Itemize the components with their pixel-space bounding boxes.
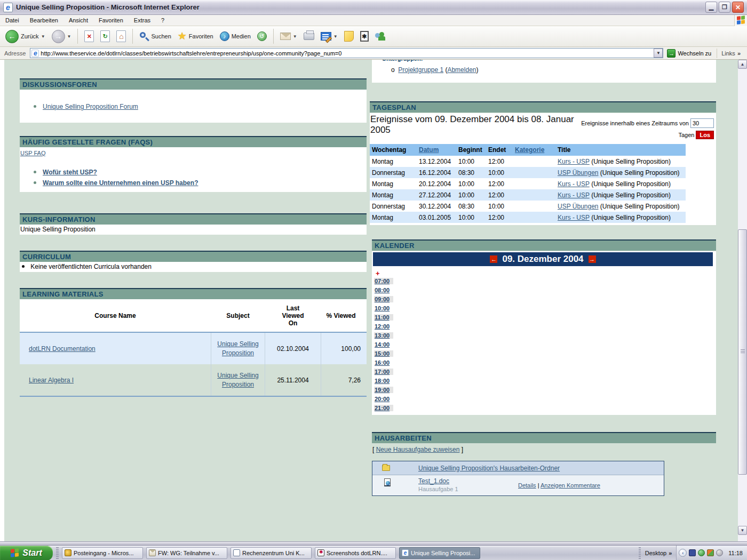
menu-extras[interactable]: Extras [129, 15, 156, 25]
details-link[interactable]: Details [518, 482, 536, 489]
tray-messenger-icon[interactable] [707, 549, 714, 556]
stop-button[interactable]: ✕ [82, 29, 96, 43]
subject-link[interactable]: Unique Selling Proposition [211, 371, 265, 389]
task-mail-message[interactable]: FW: WG: Teilnahme v... [146, 547, 227, 559]
days-input[interactable] [690, 118, 714, 128]
forum-link[interactable]: Unique Selling Proposition Forum [43, 103, 138, 110]
maximize-button[interactable]: ❐ [719, 2, 730, 13]
search-button[interactable]: Suchen [137, 30, 173, 42]
forward-button[interactable]: → ▼ [50, 29, 74, 44]
tray-volume-icon[interactable] [716, 549, 723, 556]
assign-homework-link[interactable]: Neue Hausaufgabe zuweisen [376, 446, 460, 453]
menu-datei[interactable]: Datei [0, 15, 25, 25]
minimize-button[interactable]: ▁ [705, 2, 717, 13]
start-button[interactable]: Start [0, 546, 53, 560]
scroll-down-button[interactable]: ▼ [738, 526, 747, 535]
tray-monitor-icon[interactable] [689, 549, 696, 556]
task-unique-selling-proposition[interactable]: e Unique Selling Proposi... [399, 547, 480, 559]
refresh-button[interactable]: ↻ [98, 29, 112, 43]
calendar-add-button[interactable]: + [376, 269, 380, 277]
menu-bearbeiten[interactable]: Bearbeiten [25, 15, 63, 25]
forward-dropdown-icon[interactable]: ▼ [67, 34, 71, 39]
time-slot-link[interactable]: 11:00 [374, 314, 393, 321]
go-button[interactable]: → Wechseln zu [665, 49, 714, 58]
comments-link[interactable]: Anzeigen Kommentare [541, 482, 600, 489]
messenger-button[interactable] [373, 30, 388, 43]
event-link[interactable]: Kurs - USP [558, 158, 590, 165]
projektgruppe-link[interactable]: Projektgruppe 1 [398, 66, 443, 74]
time-slot-link[interactable]: 20:00 [374, 396, 393, 402]
mail-button[interactable]: ▼ [278, 31, 299, 41]
event-link[interactable]: USP Übungen [558, 169, 599, 177]
go-arrow-icon: → [667, 49, 676, 58]
menu-favoriten[interactable]: Favoriten [93, 15, 129, 25]
hide-icons-button[interactable]: ‹ [679, 549, 687, 557]
homework-folder-link[interactable]: Unique Selling Proposition's Hausarbeite… [418, 465, 560, 472]
time-slot-link[interactable]: 17:00 [374, 369, 393, 375]
task-rechenzentrum[interactable]: Rechenzentrum Uni K... [231, 547, 312, 559]
vertical-scrollbar[interactable]: ▲ ▼ [738, 60, 747, 541]
task-posteingang[interactable]: Posteingang - Micros... [62, 547, 143, 559]
event-link[interactable]: Kurs - USP [558, 191, 590, 199]
menu-help[interactable]: ? [156, 15, 170, 25]
event-link[interactable]: USP Übungen [558, 203, 599, 210]
taskbar-separator-handle[interactable] [639, 547, 641, 559]
home-button[interactable]: ⌂ [114, 29, 128, 43]
note-button[interactable] [342, 30, 356, 43]
usp-faq-link[interactable]: USP FAQ [20, 150, 45, 156]
col-beginnt: Beginnt [458, 146, 488, 154]
edit-button[interactable]: ▼ [319, 31, 340, 42]
edit-dropdown-icon[interactable]: ▼ [333, 34, 338, 39]
calendar-prev-button[interactable]: ← [490, 255, 497, 263]
discuss-button[interactable]: ✱ [358, 30, 371, 43]
time-slot-link[interactable]: 09:00 [374, 296, 393, 302]
los-button[interactable]: Los [696, 131, 714, 139]
document-icon[interactable] [384, 478, 391, 486]
back-button[interactable]: ← Zurück ▼ [3, 29, 47, 44]
url-dropdown-button[interactable]: ▼ [654, 49, 663, 58]
time-slot-link[interactable]: 10:00 [374, 305, 393, 311]
time-slot-link[interactable]: 14:00 [374, 341, 393, 348]
time-slot-link[interactable]: 15:00 [374, 350, 393, 357]
col-kategorie-sort-link[interactable]: Kategorie [515, 146, 544, 154]
mail-dropdown-icon[interactable]: ▼ [293, 34, 297, 39]
calendar-next-button[interactable]: → [589, 255, 596, 263]
links-toolbar[interactable]: Links » [717, 49, 745, 58]
time-slot-link[interactable]: 16:00 [374, 359, 393, 366]
time-slot-link[interactable]: 12:00 [374, 323, 393, 330]
menu-ansicht[interactable]: Ansicht [63, 15, 93, 25]
desktop-toolbar-label[interactable]: Desktop [643, 550, 669, 556]
back-dropdown-icon[interactable]: ▼ [41, 34, 45, 39]
faq-question-link[interactable]: Warum sollte eine Unternehmen einen USP … [43, 179, 198, 187]
print-button[interactable] [301, 31, 316, 41]
tray-network-icon[interactable] [698, 549, 705, 556]
col-datum-sort-link[interactable]: Datum [419, 146, 439, 154]
event-link[interactable]: Kurs - USP [558, 180, 590, 188]
note-icon [344, 31, 354, 42]
time-slot-link[interactable]: 07:00 [374, 278, 393, 284]
history-button[interactable]: ↺ [255, 30, 269, 42]
event-link[interactable]: Kurs - USP [558, 214, 590, 221]
faq-question-link[interactable]: Wofür steht USP? [43, 169, 97, 176]
media-button[interactable]: ♪ Medien [218, 30, 253, 42]
quicklaunch-handle[interactable] [56, 547, 59, 559]
task-screenshots[interactable]: Screenshots dotLRN.... [315, 547, 396, 559]
close-button[interactable]: ✕ [732, 2, 744, 13]
file-link[interactable]: Test_1.doc [418, 477, 449, 485]
scrollbar-thumb[interactable] [738, 229, 747, 475]
desktop-chevron-icon[interactable]: » [669, 550, 672, 556]
abmelden-link[interactable]: Abmelden [447, 66, 476, 74]
print-icon [304, 33, 314, 40]
url-input[interactable] [41, 50, 654, 57]
time-slot-link[interactable]: 08:00 [374, 287, 393, 293]
time-slot-link[interactable]: 18:00 [374, 378, 393, 384]
scroll-up-button[interactable]: ▲ [738, 60, 747, 69]
faq-section-header: HÄUFIG GESTELLTE FRAGEN (FAQS) [20, 136, 367, 147]
course-link[interactable]: dotLRN Documentation [29, 345, 96, 353]
time-slot-link[interactable]: 19:00 [374, 387, 393, 393]
time-slot-link[interactable]: 21:00 [374, 405, 393, 411]
favorites-button[interactable]: ★ Favoriten [176, 30, 216, 42]
subject-link[interactable]: Unique Selling Proposition [211, 340, 265, 358]
course-link[interactable]: Linear Algebra I [29, 377, 74, 384]
time-slot-link[interactable]: 13:00 [374, 332, 393, 339]
